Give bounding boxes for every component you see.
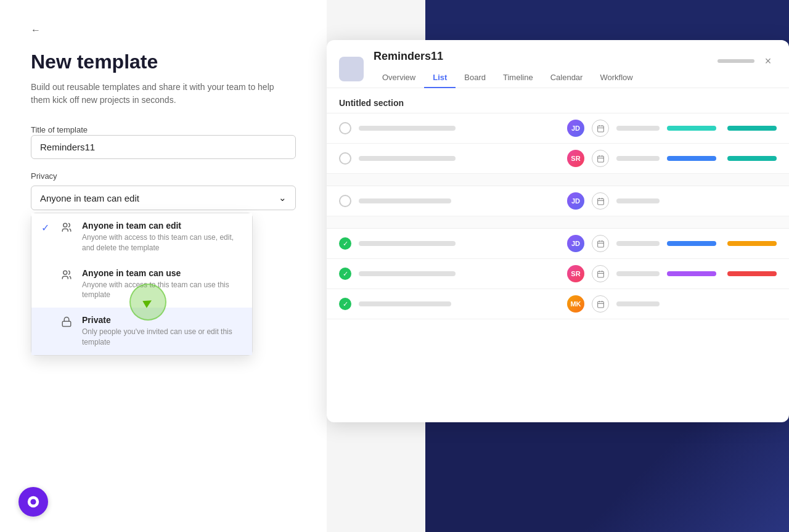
preview-header: Reminders11 Overview List Board Timeline… [327, 40, 789, 88]
task-checkbox-done[interactable]: ✓ [339, 298, 351, 310]
progress-bar [717, 59, 754, 63]
avatar: MK [567, 295, 584, 313]
option-private-desc: Only people you've invited can use or ed… [82, 327, 242, 348]
avatar: JD [567, 120, 584, 137]
check-icon: ✓ [41, 221, 54, 234]
due-date-icon[interactable] [592, 192, 609, 210]
lock-icon [61, 315, 75, 330]
table-row: ✓ MK [327, 289, 789, 319]
section-gap-2 [327, 216, 789, 229]
svg-point-0 [63, 223, 67, 227]
preview-panel: Reminders11 Overview List Board Timeline… [327, 40, 789, 422]
date-bar [616, 156, 660, 161]
option-anyone-edit[interactable]: ✓ Anyone in team can edit Anyone with ac… [31, 213, 252, 261]
task-checkbox-done[interactable]: ✓ [339, 237, 351, 250]
preview-avatar [339, 57, 364, 81]
privacy-label: Privacy [31, 171, 296, 181]
svg-rect-19 [597, 271, 603, 277]
tab-list[interactable]: List [424, 68, 456, 88]
date-bar [616, 271, 660, 276]
task-name-bar [359, 198, 451, 203]
tab-overview[interactable]: Overview [374, 68, 424, 88]
priority-tag [667, 126, 716, 131]
status-tag [727, 156, 777, 161]
due-date-icon[interactable] [592, 265, 609, 282]
svg-rect-2 [62, 321, 71, 326]
date-bar [616, 301, 660, 306]
section-gap [327, 174, 789, 186]
status-tag [727, 271, 777, 276]
due-date-icon[interactable] [592, 295, 609, 313]
back-button[interactable]: ← [31, 25, 296, 36]
svg-rect-3 [597, 126, 603, 132]
date-bar [616, 126, 660, 131]
back-arrow-icon: ← [31, 25, 41, 36]
svg-rect-11 [597, 198, 603, 205]
page-description: Build out reusable templates and share i… [31, 81, 277, 107]
option-private-title: Private [82, 315, 242, 325]
tab-board[interactable]: Board [456, 68, 494, 88]
task-checkbox[interactable] [339, 122, 351, 134]
svg-rect-7 [597, 156, 603, 162]
table-row: ✓ SR [327, 259, 789, 289]
priority-tag [667, 241, 716, 246]
avatar: JD [567, 192, 584, 210]
option-anyone-use-title: Anyone in team can use [82, 268, 242, 278]
table-row: SR [327, 144, 789, 174]
avatar: SR [567, 265, 584, 282]
avatar: SR [567, 150, 584, 167]
privacy-dropdown-button[interactable]: Anyone in team can edit ⌄ [31, 186, 296, 210]
privacy-dropdown[interactable]: Anyone in team can edit ⌄ ✓ Anyone in te… [31, 186, 296, 210]
task-checkbox[interactable] [339, 152, 351, 165]
due-date-icon[interactable] [592, 150, 609, 167]
check-empty [41, 268, 54, 269]
close-button[interactable]: × [759, 52, 777, 70]
table-row: ✓ JD [327, 229, 789, 259]
svg-point-28 [30, 499, 36, 504]
page-title: New template [31, 51, 296, 73]
task-name-bar [359, 271, 456, 276]
section-title: Untitled section [327, 88, 789, 113]
people-icon-2 [61, 268, 75, 283]
task-checkbox-done[interactable]: ✓ [339, 268, 351, 280]
table-row: JD [327, 113, 789, 144]
cursor-arrow-icon: ► [138, 292, 158, 312]
task-name-bar [359, 301, 451, 306]
title-input[interactable] [31, 135, 296, 159]
priority-tag [667, 271, 716, 276]
due-date-icon[interactable] [592, 120, 609, 137]
privacy-selected-value: Anyone in team can edit [40, 193, 139, 203]
task-checkbox[interactable] [339, 195, 351, 207]
preview-project-title: Reminders11 [374, 50, 642, 63]
option-anyone-edit-desc: Anyone with access to this team can use,… [82, 232, 242, 253]
table-row: JD [327, 186, 789, 216]
chevron-down-icon: ⌄ [279, 192, 287, 203]
title-field-label: Title of template [31, 125, 88, 134]
help-button[interactable] [18, 487, 48, 517]
left-panel: ← New template Build out reusable templa… [0, 0, 327, 532]
status-tag [727, 126, 777, 131]
svg-rect-23 [597, 301, 603, 308]
preview-tabs: Overview List Board Timeline Calendar Wo… [374, 68, 642, 88]
check-empty-2 [41, 315, 54, 316]
svg-point-1 [63, 271, 67, 274]
people-icon [61, 221, 75, 235]
tab-workflow[interactable]: Workflow [591, 68, 641, 88]
cursor-indicator: ► [129, 284, 166, 321]
status-tag [727, 241, 777, 246]
option-anyone-edit-title: Anyone in team can edit [82, 221, 242, 231]
task-name-bar [359, 156, 456, 161]
svg-rect-15 [597, 241, 603, 247]
avatar: JD [567, 235, 584, 252]
due-date-icon[interactable] [592, 235, 609, 252]
priority-tag [667, 156, 716, 161]
task-name-bar [359, 241, 456, 246]
task-name-bar [359, 126, 456, 131]
tab-calendar[interactable]: Calendar [542, 68, 592, 88]
date-bar [616, 241, 660, 246]
date-bar [616, 198, 660, 203]
tab-timeline[interactable]: Timeline [494, 68, 542, 88]
preview-content: Untitled section JD SR [327, 88, 789, 319]
